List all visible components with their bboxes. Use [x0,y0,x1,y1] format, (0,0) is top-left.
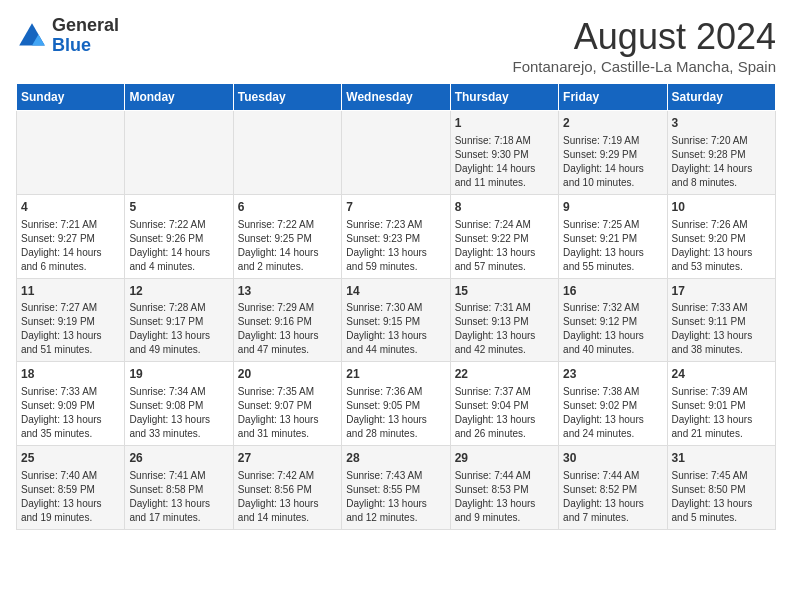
day-info: Sunrise: 7:26 AM Sunset: 9:20 PM Dayligh… [672,218,771,274]
day-info: Sunrise: 7:28 AM Sunset: 9:17 PM Dayligh… [129,301,228,357]
calendar-cell: 28Sunrise: 7:43 AM Sunset: 8:55 PM Dayli… [342,446,450,530]
day-info: Sunrise: 7:41 AM Sunset: 8:58 PM Dayligh… [129,469,228,525]
day-header-monday: Monday [125,84,233,111]
calendar-week-2: 4Sunrise: 7:21 AM Sunset: 9:27 PM Daylig… [17,194,776,278]
calendar-cell: 5Sunrise: 7:22 AM Sunset: 9:26 PM Daylig… [125,194,233,278]
day-number: 7 [346,199,445,216]
day-number: 30 [563,450,662,467]
calendar-header-row: SundayMondayTuesdayWednesdayThursdayFrid… [17,84,776,111]
header: General Blue August 2024 Fontanarejo, Ca… [16,16,776,75]
calendar-week-5: 25Sunrise: 7:40 AM Sunset: 8:59 PM Dayli… [17,446,776,530]
day-info: Sunrise: 7:25 AM Sunset: 9:21 PM Dayligh… [563,218,662,274]
day-number: 8 [455,199,554,216]
calendar-cell: 10Sunrise: 7:26 AM Sunset: 9:20 PM Dayli… [667,194,775,278]
day-info: Sunrise: 7:18 AM Sunset: 9:30 PM Dayligh… [455,134,554,190]
day-info: Sunrise: 7:22 AM Sunset: 9:25 PM Dayligh… [238,218,337,274]
logo-text: General Blue [52,16,119,56]
calendar-cell: 3Sunrise: 7:20 AM Sunset: 9:28 PM Daylig… [667,111,775,195]
day-info: Sunrise: 7:37 AM Sunset: 9:04 PM Dayligh… [455,385,554,441]
day-number: 12 [129,283,228,300]
calendar-week-4: 18Sunrise: 7:33 AM Sunset: 9:09 PM Dayli… [17,362,776,446]
day-header-thursday: Thursday [450,84,558,111]
calendar-week-1: 1Sunrise: 7:18 AM Sunset: 9:30 PM Daylig… [17,111,776,195]
calendar-cell: 27Sunrise: 7:42 AM Sunset: 8:56 PM Dayli… [233,446,341,530]
day-header-wednesday: Wednesday [342,84,450,111]
day-info: Sunrise: 7:35 AM Sunset: 9:07 PM Dayligh… [238,385,337,441]
calendar-cell: 12Sunrise: 7:28 AM Sunset: 9:17 PM Dayli… [125,278,233,362]
day-header-tuesday: Tuesday [233,84,341,111]
calendar-cell: 6Sunrise: 7:22 AM Sunset: 9:25 PM Daylig… [233,194,341,278]
day-number: 25 [21,450,120,467]
calendar-table: SundayMondayTuesdayWednesdayThursdayFrid… [16,83,776,530]
day-number: 29 [455,450,554,467]
day-number: 21 [346,366,445,383]
calendar-cell: 24Sunrise: 7:39 AM Sunset: 9:01 PM Dayli… [667,362,775,446]
calendar-cell: 15Sunrise: 7:31 AM Sunset: 9:13 PM Dayli… [450,278,558,362]
day-info: Sunrise: 7:32 AM Sunset: 9:12 PM Dayligh… [563,301,662,357]
day-info: Sunrise: 7:31 AM Sunset: 9:13 PM Dayligh… [455,301,554,357]
calendar-cell: 20Sunrise: 7:35 AM Sunset: 9:07 PM Dayli… [233,362,341,446]
day-info: Sunrise: 7:21 AM Sunset: 9:27 PM Dayligh… [21,218,120,274]
calendar-cell: 30Sunrise: 7:44 AM Sunset: 8:52 PM Dayli… [559,446,667,530]
calendar-cell: 25Sunrise: 7:40 AM Sunset: 8:59 PM Dayli… [17,446,125,530]
calendar-cell [17,111,125,195]
calendar-cell [125,111,233,195]
day-info: Sunrise: 7:30 AM Sunset: 9:15 PM Dayligh… [346,301,445,357]
day-number: 4 [21,199,120,216]
calendar-cell: 19Sunrise: 7:34 AM Sunset: 9:08 PM Dayli… [125,362,233,446]
day-number: 11 [21,283,120,300]
day-header-friday: Friday [559,84,667,111]
day-number: 1 [455,115,554,132]
day-number: 6 [238,199,337,216]
month-title: August 2024 [513,16,776,58]
day-number: 28 [346,450,445,467]
calendar-cell: 2Sunrise: 7:19 AM Sunset: 9:29 PM Daylig… [559,111,667,195]
calendar-week-3: 11Sunrise: 7:27 AM Sunset: 9:19 PM Dayli… [17,278,776,362]
day-info: Sunrise: 7:38 AM Sunset: 9:02 PM Dayligh… [563,385,662,441]
calendar-cell: 11Sunrise: 7:27 AM Sunset: 9:19 PM Dayli… [17,278,125,362]
day-number: 31 [672,450,771,467]
calendar-cell: 29Sunrise: 7:44 AM Sunset: 8:53 PM Dayli… [450,446,558,530]
day-number: 17 [672,283,771,300]
calendar-cell: 7Sunrise: 7:23 AM Sunset: 9:23 PM Daylig… [342,194,450,278]
calendar-cell: 18Sunrise: 7:33 AM Sunset: 9:09 PM Dayli… [17,362,125,446]
calendar-cell: 16Sunrise: 7:32 AM Sunset: 9:12 PM Dayli… [559,278,667,362]
day-number: 24 [672,366,771,383]
day-number: 9 [563,199,662,216]
day-number: 16 [563,283,662,300]
day-info: Sunrise: 7:40 AM Sunset: 8:59 PM Dayligh… [21,469,120,525]
day-number: 23 [563,366,662,383]
calendar-cell: 13Sunrise: 7:29 AM Sunset: 9:16 PM Dayli… [233,278,341,362]
day-info: Sunrise: 7:33 AM Sunset: 9:09 PM Dayligh… [21,385,120,441]
day-number: 26 [129,450,228,467]
day-number: 2 [563,115,662,132]
day-info: Sunrise: 7:45 AM Sunset: 8:50 PM Dayligh… [672,469,771,525]
day-number: 22 [455,366,554,383]
day-info: Sunrise: 7:44 AM Sunset: 8:52 PM Dayligh… [563,469,662,525]
calendar-cell: 14Sunrise: 7:30 AM Sunset: 9:15 PM Dayli… [342,278,450,362]
calendar-body: 1Sunrise: 7:18 AM Sunset: 9:30 PM Daylig… [17,111,776,530]
calendar-cell: 8Sunrise: 7:24 AM Sunset: 9:22 PM Daylig… [450,194,558,278]
location: Fontanarejo, Castille-La Mancha, Spain [513,58,776,75]
day-info: Sunrise: 7:23 AM Sunset: 9:23 PM Dayligh… [346,218,445,274]
day-number: 13 [238,283,337,300]
calendar-cell: 23Sunrise: 7:38 AM Sunset: 9:02 PM Dayli… [559,362,667,446]
calendar-cell: 21Sunrise: 7:36 AM Sunset: 9:05 PM Dayli… [342,362,450,446]
calendar-cell [342,111,450,195]
day-info: Sunrise: 7:44 AM Sunset: 8:53 PM Dayligh… [455,469,554,525]
title-area: August 2024 Fontanarejo, Castille-La Man… [513,16,776,75]
calendar-cell: 17Sunrise: 7:33 AM Sunset: 9:11 PM Dayli… [667,278,775,362]
day-number: 15 [455,283,554,300]
day-info: Sunrise: 7:24 AM Sunset: 9:22 PM Dayligh… [455,218,554,274]
day-info: Sunrise: 7:43 AM Sunset: 8:55 PM Dayligh… [346,469,445,525]
day-info: Sunrise: 7:36 AM Sunset: 9:05 PM Dayligh… [346,385,445,441]
day-number: 18 [21,366,120,383]
day-info: Sunrise: 7:20 AM Sunset: 9:28 PM Dayligh… [672,134,771,190]
calendar-cell: 1Sunrise: 7:18 AM Sunset: 9:30 PM Daylig… [450,111,558,195]
logo-icon [16,20,48,52]
day-info: Sunrise: 7:22 AM Sunset: 9:26 PM Dayligh… [129,218,228,274]
day-number: 19 [129,366,228,383]
day-number: 10 [672,199,771,216]
day-number: 27 [238,450,337,467]
day-number: 3 [672,115,771,132]
